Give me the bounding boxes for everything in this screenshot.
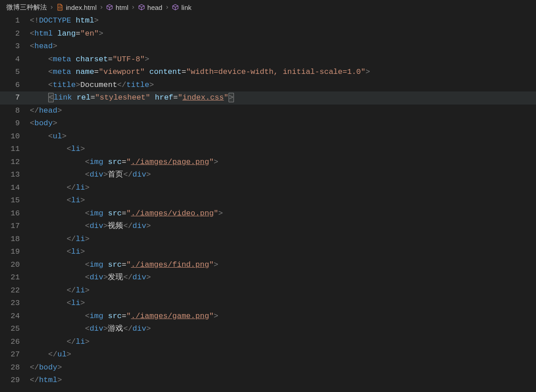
line-number: 28 bbox=[0, 361, 30, 374]
line-number: 22 bbox=[0, 284, 30, 297]
breadcrumb-separator: › bbox=[162, 3, 172, 11]
code-line[interactable]: <html lang="en"> bbox=[30, 27, 536, 41]
breadcrumb-folder[interactable]: 微博三种解法 bbox=[6, 3, 47, 12]
breadcrumb-symbol-link[interactable]: link bbox=[172, 4, 192, 11]
code-line[interactable]: <div>首页</div> bbox=[30, 169, 536, 182]
line-number: 6 bbox=[0, 79, 30, 92]
code-line[interactable]: <img src="./iamges/find.png"> bbox=[30, 259, 536, 272]
line-number: 17 bbox=[0, 220, 30, 233]
line-number: 3 bbox=[0, 40, 30, 53]
code-line[interactable]: <div>发现</div> bbox=[30, 271, 536, 284]
line-number: 5 bbox=[0, 66, 30, 79]
code-line[interactable]: </html> bbox=[30, 374, 536, 387]
file-icon: <> bbox=[56, 4, 64, 11]
line-number: 14 bbox=[0, 182, 30, 195]
line-number: 15 bbox=[0, 194, 30, 207]
code-line[interactable]: <li> bbox=[30, 246, 536, 259]
line-number: 27 bbox=[0, 348, 30, 361]
line-number: 1 bbox=[0, 14, 30, 27]
breadcrumb-symbol-head[interactable]: head bbox=[138, 4, 162, 11]
code-line[interactable]: <ul> bbox=[30, 130, 536, 143]
line-number: 10 bbox=[0, 130, 30, 143]
code-line[interactable]: </li> bbox=[30, 284, 536, 297]
line-number: 20 bbox=[0, 259, 30, 272]
code-line[interactable]: <link rel="stylesheet" href="index.css"> bbox=[30, 91, 536, 105]
code-line[interactable]: <img src="./iamges/page.png"> bbox=[30, 156, 536, 169]
code-line[interactable]: <meta charset="UTF-8"> bbox=[30, 53, 536, 66]
breadcrumb-file[interactable]: <> index.html bbox=[56, 4, 96, 11]
line-number: 26 bbox=[0, 336, 30, 349]
line-number: 19 bbox=[0, 246, 30, 259]
code-line[interactable]: <title>Document</title> bbox=[30, 79, 536, 92]
line-number: 2 bbox=[0, 27, 30, 41]
code-line[interactable]: <li> bbox=[30, 194, 536, 207]
code-line[interactable]: </head> bbox=[30, 105, 536, 118]
code-line[interactable]: </li> bbox=[30, 233, 536, 246]
breadcrumb-separator: › bbox=[47, 3, 56, 11]
field-icon bbox=[138, 4, 145, 11]
line-number: 21 bbox=[0, 271, 30, 284]
breadcrumb: 微博三种解法 › <> index.html › html › head › l… bbox=[0, 0, 536, 14]
line-number: 4 bbox=[0, 53, 30, 66]
code-line[interactable]: <li> bbox=[30, 297, 536, 310]
breadcrumb-symbol-html[interactable]: html bbox=[106, 4, 128, 11]
code-line[interactable]: <img src="./iamges/game.png"> bbox=[30, 310, 536, 323]
line-number: 18 bbox=[0, 233, 30, 246]
code-line[interactable]: <body> bbox=[30, 117, 536, 130]
breadcrumb-separator: › bbox=[128, 3, 138, 11]
line-number: 8 bbox=[0, 105, 30, 118]
line-number: 29 bbox=[0, 374, 30, 387]
line-number: 7 bbox=[0, 91, 30, 105]
line-number: 11 bbox=[0, 143, 30, 156]
field-icon bbox=[106, 4, 113, 11]
line-number: 13 bbox=[0, 169, 30, 182]
code-line[interactable]: <img src="./iamges/video.png"> bbox=[30, 207, 536, 220]
code-line[interactable]: <head> bbox=[30, 40, 536, 53]
line-number: 12 bbox=[0, 156, 30, 169]
code-line[interactable]: <li> bbox=[30, 143, 536, 156]
line-number: 25 bbox=[0, 323, 30, 336]
breadcrumb-separator: › bbox=[96, 3, 106, 11]
code-line[interactable]: </body> bbox=[30, 361, 536, 374]
code-line[interactable]: <!DOCTYPE html> bbox=[30, 14, 536, 27]
line-number: 23 bbox=[0, 297, 30, 310]
line-number: 24 bbox=[0, 310, 30, 323]
svg-text:<>: <> bbox=[58, 6, 62, 9]
code-editor[interactable]: 1<!DOCTYPE html> 2<html lang="en"> 3<hea… bbox=[0, 14, 536, 387]
field-icon bbox=[172, 4, 179, 11]
code-line[interactable]: </li> bbox=[30, 336, 536, 349]
line-number: 9 bbox=[0, 117, 30, 130]
code-line[interactable]: <div>游戏</div> bbox=[30, 323, 536, 336]
code-line[interactable]: </ul> bbox=[30, 348, 536, 361]
line-number: 16 bbox=[0, 207, 30, 220]
code-line[interactable]: <meta name="viewport" content="width=dev… bbox=[30, 66, 536, 79]
code-line[interactable]: </li> bbox=[30, 182, 536, 195]
code-line[interactable]: <div>视频</div> bbox=[30, 220, 536, 233]
